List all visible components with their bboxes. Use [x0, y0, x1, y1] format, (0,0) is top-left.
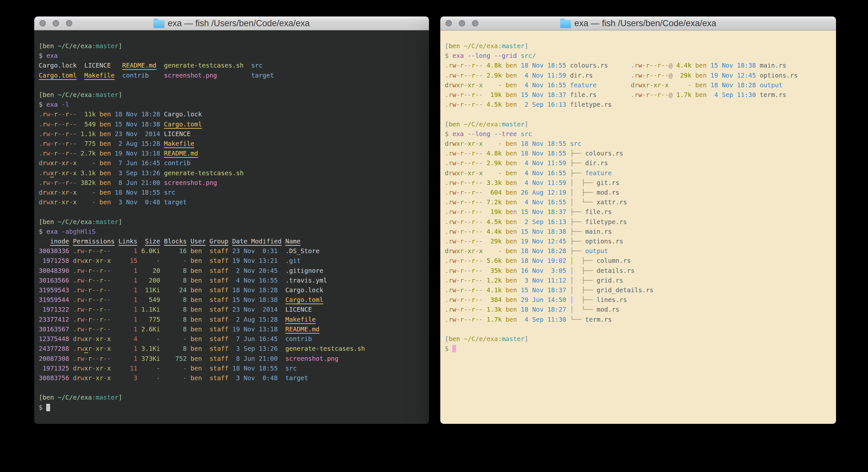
window-title: exa — fish /Users/ben/Code/exa/exa [575, 19, 716, 28]
terminal-screen-left[interactable]: [ben ~/C/e/exa:master] $ exa Cargo.lock … [34, 30, 429, 424]
desktop: { "window_title": "exa — fish /Users/ben… [0, 0, 868, 472]
folder-icon [153, 20, 164, 28]
close-button[interactable] [445, 20, 452, 27]
window-title: exa — fish /Users/ben/Code/exa/exa [168, 19, 310, 28]
titlebar[interactable]: exa — fish /Users/ben/Code/exa/exa [34, 17, 429, 30]
minimize-button[interactable] [459, 20, 465, 27]
terminal-screen-right[interactable]: [ben ~/C/e/exa:master] $ exa --long --gr… [440, 30, 836, 424]
traffic-lights [39, 20, 72, 27]
window-title-group: exa — fish /Users/ben/Code/exa/exa [560, 19, 716, 28]
close-button[interactable] [39, 20, 46, 27]
terminal-window-dark: exa — fish /Users/ben/Code/exa/exa [ben … [34, 17, 429, 424]
terminal-window-light: exa — fish /Users/ben/Code/exa/exa [ben … [440, 17, 836, 424]
window-title-group: exa — fish /Users/ben/Code/exa/exa [153, 19, 310, 28]
traffic-lights [445, 20, 478, 27]
folder-icon [560, 20, 571, 28]
zoom-button[interactable] [66, 20, 72, 27]
zoom-button[interactable] [472, 20, 478, 27]
titlebar[interactable]: exa — fish /Users/ben/Code/exa/exa [440, 17, 836, 30]
minimize-button[interactable] [53, 20, 59, 27]
